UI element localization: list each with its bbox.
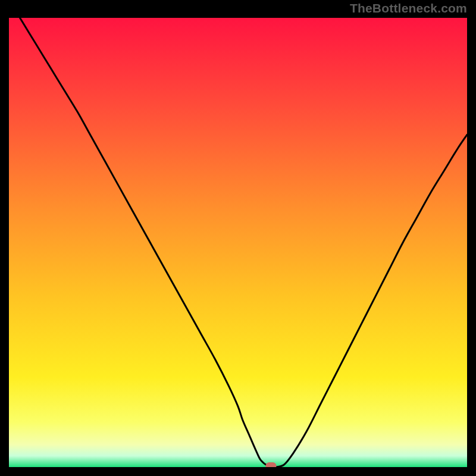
bottleneck-curve-chart bbox=[9, 18, 467, 467]
gradient-background bbox=[9, 18, 467, 467]
watermark-text: TheBottleneck.com bbox=[350, 1, 467, 15]
optimum-marker bbox=[265, 462, 276, 467]
chart-frame: TheBottleneck.com bbox=[0, 0, 476, 476]
